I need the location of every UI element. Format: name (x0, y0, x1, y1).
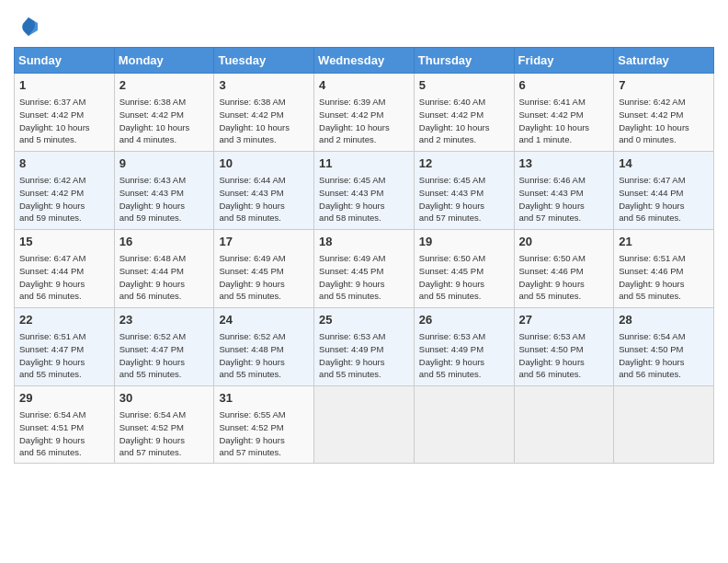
calendar-cell: 24 Sunrise: 6:52 AMSunset: 4:48 PMDaylig… (214, 308, 314, 386)
calendar-cell: 6 Sunrise: 6:41 AMSunset: 4:42 PMDayligh… (514, 74, 614, 152)
calendar-cell: 5 Sunrise: 6:40 AMSunset: 4:42 PMDayligh… (414, 74, 514, 152)
header-day-tuesday: Tuesday (214, 48, 314, 74)
calendar-cell: 29 Sunrise: 6:54 AMSunset: 4:51 PMDaylig… (15, 386, 115, 464)
header-day-friday: Friday (514, 48, 614, 74)
calendar-cell: 31 Sunrise: 6:55 AMSunset: 4:52 PMDaylig… (214, 386, 314, 464)
cell-info: Sunrise: 6:53 AMSunset: 4:49 PMDaylight:… (419, 330, 509, 381)
day-number: 31 (219, 390, 309, 407)
calendar-cell (314, 386, 415, 464)
cell-info: Sunrise: 6:39 AMSunset: 4:42 PMDaylight:… (319, 96, 409, 146)
calendar-week-row: 29 Sunrise: 6:54 AMSunset: 4:51 PMDaylig… (15, 386, 714, 464)
calendar-cell: 12 Sunrise: 6:45 AMSunset: 4:43 PMDaylig… (414, 152, 514, 230)
day-number: 9 (119, 155, 210, 172)
logo-icon (16, 14, 41, 40)
calendar-cell: 1 Sunrise: 6:37 AMSunset: 4:42 PMDayligh… (15, 74, 115, 152)
calendar-cell: 30 Sunrise: 6:54 AMSunset: 4:52 PMDaylig… (114, 386, 214, 464)
day-number: 6 (519, 77, 609, 94)
calendar-week-row: 1 Sunrise: 6:37 AMSunset: 4:42 PMDayligh… (15, 74, 714, 152)
cell-info: Sunrise: 6:49 AMSunset: 4:45 PMDaylight:… (219, 252, 309, 303)
day-number: 4 (319, 77, 409, 94)
header-day-monday: Monday (114, 48, 214, 74)
day-number: 12 (419, 155, 509, 172)
header-day-wednesday: Wednesday (314, 48, 415, 74)
calendar-cell: 11 Sunrise: 6:45 AMSunset: 4:43 PMDaylig… (314, 152, 415, 230)
day-number: 21 (619, 234, 709, 250)
cell-info: Sunrise: 6:38 AMSunset: 4:42 PMDaylight:… (119, 96, 210, 146)
cell-info: Sunrise: 6:52 AMSunset: 4:47 PMDaylight:… (119, 330, 210, 381)
header-day-saturday: Saturday (614, 48, 714, 74)
calendar-cell: 2 Sunrise: 6:38 AMSunset: 4:42 PMDayligh… (114, 74, 214, 152)
cell-info: Sunrise: 6:38 AMSunset: 4:42 PMDaylight:… (219, 96, 309, 146)
day-number: 29 (19, 390, 109, 407)
calendar-cell: 19 Sunrise: 6:50 AMSunset: 4:45 PMDaylig… (414, 230, 514, 308)
cell-info: Sunrise: 6:50 AMSunset: 4:46 PMDaylight:… (519, 252, 609, 303)
calendar-cell (514, 386, 614, 464)
calendar-cell: 9 Sunrise: 6:43 AMSunset: 4:43 PMDayligh… (114, 152, 214, 230)
cell-info: Sunrise: 6:54 AMSunset: 4:50 PMDaylight:… (619, 330, 709, 381)
cell-info: Sunrise: 6:40 AMSunset: 4:42 PMDaylight:… (419, 96, 509, 146)
day-number: 7 (619, 77, 709, 94)
calendar-cell (414, 386, 514, 464)
calendar-cell: 15 Sunrise: 6:47 AMSunset: 4:44 PMDaylig… (15, 230, 115, 308)
calendar-cell: 3 Sunrise: 6:38 AMSunset: 4:42 PMDayligh… (214, 74, 314, 152)
cell-info: Sunrise: 6:51 AMSunset: 4:47 PMDaylight:… (19, 330, 109, 381)
calendar-cell: 28 Sunrise: 6:54 AMSunset: 4:50 PMDaylig… (614, 308, 714, 386)
cell-info: Sunrise: 6:49 AMSunset: 4:45 PMDaylight:… (319, 252, 409, 303)
header-day-thursday: Thursday (414, 48, 514, 74)
day-number: 10 (219, 155, 309, 172)
header (14, 14, 714, 40)
calendar-cell: 20 Sunrise: 6:50 AMSunset: 4:46 PMDaylig… (514, 230, 614, 308)
day-number: 19 (419, 234, 509, 250)
calendar-cell: 25 Sunrise: 6:53 AMSunset: 4:49 PMDaylig… (314, 308, 415, 386)
cell-info: Sunrise: 6:46 AMSunset: 4:43 PMDaylight:… (519, 174, 609, 224)
cell-info: Sunrise: 6:54 AMSunset: 4:51 PMDaylight:… (19, 408, 109, 459)
calendar-week-row: 8 Sunrise: 6:42 AMSunset: 4:42 PMDayligh… (15, 152, 714, 230)
day-number: 17 (219, 234, 309, 250)
cell-info: Sunrise: 6:47 AMSunset: 4:44 PMDaylight:… (19, 252, 109, 303)
calendar-cell: 7 Sunrise: 6:42 AMSunset: 4:42 PMDayligh… (614, 74, 714, 152)
cell-info: Sunrise: 6:50 AMSunset: 4:45 PMDaylight:… (419, 252, 509, 303)
day-number: 2 (119, 77, 210, 94)
day-number: 14 (619, 155, 709, 172)
calendar-week-row: 22 Sunrise: 6:51 AMSunset: 4:47 PMDaylig… (15, 308, 714, 386)
calendar-cell: 17 Sunrise: 6:49 AMSunset: 4:45 PMDaylig… (214, 230, 314, 308)
day-number: 15 (19, 234, 109, 250)
calendar-cell: 23 Sunrise: 6:52 AMSunset: 4:47 PMDaylig… (114, 308, 214, 386)
day-number: 27 (519, 312, 609, 328)
day-number: 18 (319, 234, 409, 250)
day-number: 11 (319, 155, 409, 172)
cell-info: Sunrise: 6:41 AMSunset: 4:42 PMDaylight:… (519, 96, 609, 146)
calendar-cell: 14 Sunrise: 6:47 AMSunset: 4:44 PMDaylig… (614, 152, 714, 230)
cell-info: Sunrise: 6:43 AMSunset: 4:43 PMDaylight:… (119, 174, 210, 224)
day-number: 13 (519, 155, 609, 172)
day-number: 1 (19, 77, 109, 94)
calendar-cell: 16 Sunrise: 6:48 AMSunset: 4:44 PMDaylig… (114, 230, 214, 308)
cell-info: Sunrise: 6:45 AMSunset: 4:43 PMDaylight:… (419, 174, 509, 224)
day-number: 25 (319, 312, 409, 328)
day-number: 30 (119, 390, 210, 407)
cell-info: Sunrise: 6:51 AMSunset: 4:46 PMDaylight:… (619, 252, 709, 303)
day-number: 24 (219, 312, 309, 328)
calendar-cell: 13 Sunrise: 6:46 AMSunset: 4:43 PMDaylig… (514, 152, 614, 230)
logo (14, 14, 41, 40)
day-number: 22 (19, 312, 109, 328)
day-number: 20 (519, 234, 609, 250)
cell-info: Sunrise: 6:52 AMSunset: 4:48 PMDaylight:… (219, 330, 309, 381)
calendar-cell: 27 Sunrise: 6:53 AMSunset: 4:50 PMDaylig… (514, 308, 614, 386)
calendar-cell (614, 386, 714, 464)
day-number: 28 (619, 312, 709, 328)
cell-info: Sunrise: 6:44 AMSunset: 4:43 PMDaylight:… (219, 174, 309, 224)
header-day-sunday: Sunday (15, 48, 115, 74)
day-number: 8 (19, 155, 109, 172)
cell-info: Sunrise: 6:42 AMSunset: 4:42 PMDaylight:… (619, 96, 709, 146)
calendar-cell: 18 Sunrise: 6:49 AMSunset: 4:45 PMDaylig… (314, 230, 415, 308)
day-number: 23 (119, 312, 210, 328)
calendar-cell: 26 Sunrise: 6:53 AMSunset: 4:49 PMDaylig… (414, 308, 514, 386)
cell-info: Sunrise: 6:53 AMSunset: 4:49 PMDaylight:… (319, 330, 409, 381)
calendar-cell: 8 Sunrise: 6:42 AMSunset: 4:42 PMDayligh… (15, 152, 115, 230)
cell-info: Sunrise: 6:55 AMSunset: 4:52 PMDaylight:… (219, 408, 309, 459)
calendar-cell: 22 Sunrise: 6:51 AMSunset: 4:47 PMDaylig… (15, 308, 115, 386)
cell-info: Sunrise: 6:47 AMSunset: 4:44 PMDaylight:… (619, 174, 709, 224)
calendar-table: SundayMondayTuesdayWednesdayThursdayFrid… (14, 47, 714, 464)
day-number: 5 (419, 77, 509, 94)
